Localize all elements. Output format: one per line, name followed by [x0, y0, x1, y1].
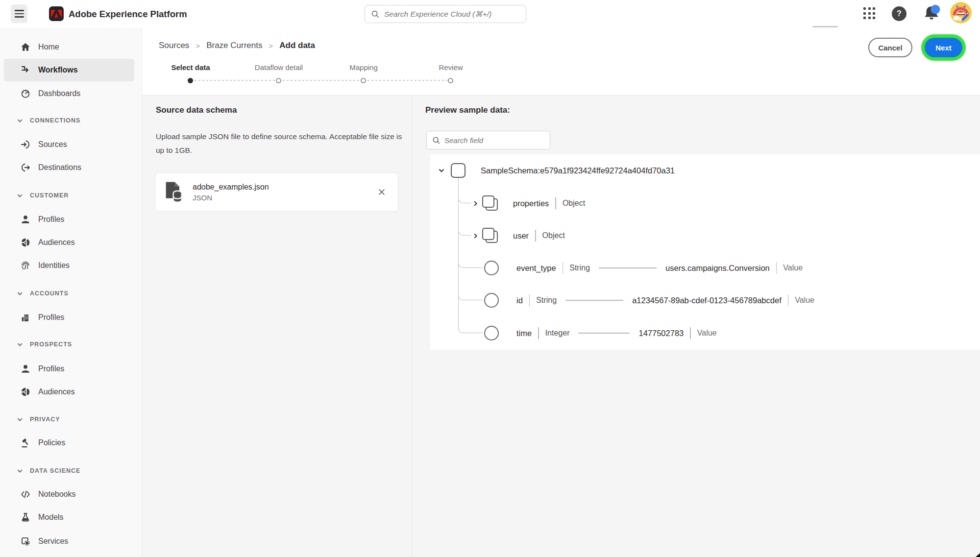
sidebar-item-notebooks[interactable]: Notebooks — [0, 483, 142, 506]
uploaded-file-card: adobe_examples.json JSON — [155, 172, 398, 212]
divider — [788, 294, 789, 306]
sidebar-item-home[interactable]: Home — [0, 36, 142, 58]
sidebar-item-sources[interactable]: Sources — [0, 133, 142, 156]
step-mapping[interactable]: Mapping — [349, 63, 378, 72]
field-type: Object — [563, 199, 585, 208]
close-icon — [377, 188, 386, 196]
page-header: Sources > Braze Currents > Add data Canc… — [142, 28, 980, 96]
sidebar-section-customer[interactable]: CUSTOMER — [0, 186, 142, 205]
chevron-down-icon — [17, 416, 23, 423]
breadcrumb-separator: > — [269, 42, 273, 50]
sidebar-section-data-science[interactable]: DATA SCIENCE — [0, 461, 142, 481]
sidebar-item-label: Identities — [38, 261, 70, 270]
step-dataflow-detail[interactable]: Dataflow detail — [255, 63, 303, 72]
sidebar-section-label: CONNECTIONS — [30, 117, 80, 124]
chevron-right-icon[interactable] — [472, 200, 479, 207]
preview-panel: Preview sample data: SampleSchema:e579a1… — [412, 96, 980, 557]
sidebar-item-label: Dashboards — [38, 89, 80, 98]
sidebar-section-prospects[interactable]: PROSPECTS — [0, 335, 142, 354]
field-search-input[interactable] — [444, 136, 544, 145]
step-dot[interactable] — [276, 78, 281, 83]
schema-root-name: SampleSchema:e579a1f923424ffe92724a404fd… — [481, 166, 675, 175]
user-avatar[interactable] — [950, 2, 972, 24]
notifications-bell-icon[interactable] — [921, 3, 942, 24]
json-file-icon — [163, 181, 184, 203]
sidebar-item-models[interactable]: Models — [0, 506, 142, 529]
field-name: id — [516, 296, 523, 305]
tree-row: id String a1234567-89ab-cdef-0123-456789… — [430, 291, 980, 310]
step-review[interactable]: Review — [439, 63, 463, 72]
sidebar-item-label: Audiences — [38, 387, 75, 396]
value-node-icon[interactable] — [484, 326, 499, 340]
sidebar-item-label: Models — [38, 513, 64, 522]
step-select-data[interactable]: Select data — [171, 63, 210, 72]
panel-title: Preview sample data: — [425, 105, 510, 115]
divider — [776, 262, 777, 274]
field-type: Object — [542, 231, 565, 240]
sidebar-section-accounts[interactable]: ACCOUNTS — [0, 284, 142, 303]
sidebar-item-label: Policies — [38, 438, 65, 447]
breadcrumb-braze-currents[interactable]: Braze Currents — [206, 41, 262, 50]
sidebar-section-connections[interactable]: CONNECTIONS — [0, 111, 142, 130]
cancel-button[interactable]: Cancel — [868, 38, 912, 57]
divider — [555, 197, 556, 209]
sidebar-item-policies[interactable]: Policies — [0, 432, 142, 454]
top-bar: Adobe Experience Platform ? — [0, 0, 980, 28]
app-switcher-icon[interactable] — [863, 7, 875, 19]
hamburger-menu-button[interactable] — [11, 4, 27, 23]
step-dot[interactable] — [448, 78, 453, 83]
sidebar-section-label: DATA SCIENCE — [30, 467, 80, 474]
field-search[interactable] — [426, 131, 550, 149]
file-type-badge: JSON — [193, 194, 375, 202]
left-nav-sidebar: Home Workflows Dashboards CONNECTIONS So… — [0, 28, 142, 557]
field-name: properties — [513, 199, 549, 208]
sidebar-section-privacy[interactable]: PRIVACY — [0, 410, 142, 429]
sidebar-item-profiles-accounts[interactable]: Profiles — [0, 306, 142, 329]
root-checkbox[interactable] — [451, 163, 466, 178]
chevron-down-icon[interactable] — [438, 167, 445, 174]
tree-row: properties Object — [430, 194, 980, 213]
sidebar-item-profiles-prospects[interactable]: Profiles — [0, 358, 142, 380]
breadcrumb-sources[interactable]: Sources — [159, 41, 189, 50]
sidebar-item-audiences-prospects[interactable]: Audiences — [0, 381, 142, 403]
sidebar-item-label: Notebooks — [38, 490, 76, 499]
sidebar-item-services[interactable]: Services — [0, 530, 142, 553]
field-name: user — [513, 231, 529, 241]
global-search[interactable] — [365, 5, 526, 23]
value-connector-line — [578, 333, 630, 334]
global-search-input[interactable] — [384, 10, 520, 19]
step-dot-current[interactable] — [188, 78, 193, 83]
sidebar-item-destinations[interactable]: Destinations — [0, 156, 142, 179]
remove-file-button[interactable] — [375, 186, 388, 198]
sidebar-section-label: CUSTOMER — [30, 192, 69, 199]
step-connector — [368, 80, 447, 81]
step-dot[interactable] — [361, 78, 366, 83]
help-icon[interactable]: ? — [892, 6, 906, 21]
object-node-icon[interactable] — [481, 194, 499, 213]
code-icon — [20, 488, 31, 500]
tree-row: user Object — [430, 226, 980, 245]
sidebar-section-label: ACCOUNTS — [30, 290, 69, 297]
sources-icon — [20, 139, 31, 150]
sidebar-item-audiences-customer[interactable]: Audiences — [0, 231, 142, 254]
value-node-icon[interactable] — [484, 293, 499, 308]
value-tag: Value — [697, 329, 717, 338]
sidebar-item-workflows[interactable]: Workflows — [0, 59, 142, 81]
sidebar-item-dashboards[interactable]: Dashboards — [0, 82, 142, 105]
sidebar-section-label: PROSPECTS — [30, 341, 72, 348]
value-node-icon[interactable] — [484, 261, 499, 275]
tree-row: time Integer 1477502783 Value — [430, 324, 980, 342]
object-node-icon[interactable] — [481, 226, 499, 245]
divider — [690, 327, 691, 339]
sample-value: a1234567-89ab-cdef-0123-456789abcdef — [632, 296, 782, 305]
next-button[interactable]: Next — [925, 38, 962, 57]
panel-title: Source data schema — [156, 105, 237, 115]
chevron-right-icon[interactable] — [472, 233, 479, 239]
sidebar-item-profiles-customer[interactable]: Profiles — [0, 208, 142, 231]
schema-tree: SampleSchema:e579a1f923424ffe92724a404fd… — [430, 154, 980, 350]
search-icon — [432, 136, 441, 145]
app-window: Adobe Experience Platform ? — [0, 0, 980, 557]
sidebar-item-identities[interactable]: Identities — [0, 254, 142, 277]
buildings-icon — [20, 312, 31, 323]
divider — [529, 294, 530, 306]
